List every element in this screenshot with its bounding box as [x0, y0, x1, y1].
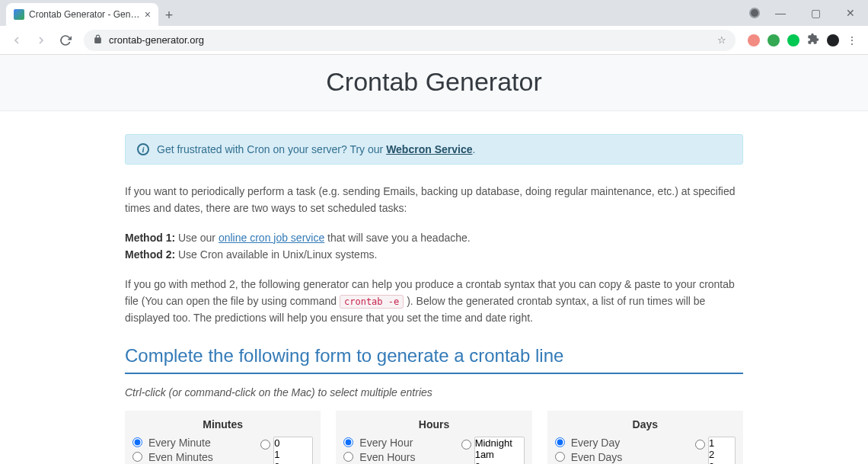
- hours-panel: Hours Every HourEven HoursOdd HoursEvery…: [336, 411, 531, 464]
- hours-option-label: Even Hours: [359, 451, 415, 463]
- minutes-option-label: Every Minute: [148, 437, 211, 449]
- info-icon: i: [137, 143, 149, 155]
- explanation-paragraph: If you go with method 2, the following g…: [125, 276, 743, 327]
- close-tab-icon[interactable]: ×: [145, 8, 151, 21]
- extension-icons: ⋮: [743, 33, 862, 47]
- days-specific-radio[interactable]: [695, 440, 705, 450]
- form-columns: Minutes Every MinuteEven MinutesOdd Minu…: [125, 411, 743, 464]
- hours-option[interactable]: Every Hour: [343, 437, 456, 449]
- hours-option-label: Every Hour: [359, 437, 413, 449]
- profile-avatar[interactable]: [827, 34, 839, 46]
- url-text: crontab-generator.org: [109, 34, 204, 46]
- minutes-specific-radio[interactable]: [260, 440, 270, 450]
- browser-toolbar: crontab-generator.org ☆ ⋮: [0, 26, 868, 55]
- reload-button[interactable]: [55, 30, 76, 51]
- hours-radio[interactable]: [343, 437, 353, 447]
- extensions-puzzle-icon[interactable]: [807, 33, 819, 47]
- minutes-option[interactable]: Every Minute: [132, 437, 256, 449]
- minimize-button[interactable]: —: [763, 0, 798, 26]
- days-radios: Every DayEven DaysOdd DaysEvery 5 DaysEv…: [555, 437, 691, 464]
- tab-title: Crontab Generator - Generate cr: [29, 9, 140, 20]
- extension-icon[interactable]: [767, 34, 780, 46]
- days-option[interactable]: Every Day: [555, 437, 691, 449]
- alert-text: Get frustrated with Cron on your server?…: [157, 143, 475, 155]
- forward-button[interactable]: [30, 30, 52, 51]
- minutes-option-label: Even Minutes: [148, 451, 213, 463]
- days-specific: 1234567: [695, 437, 736, 464]
- hours-specific: Midnight1am2am3am4am5am6am: [461, 437, 525, 464]
- close-window-button[interactable]: ✕: [833, 0, 868, 26]
- minutes-radios: Every MinuteEven MinutesOdd MinutesEvery…: [132, 437, 256, 464]
- hours-option[interactable]: Even Hours: [343, 451, 456, 463]
- address-bar[interactable]: crontab-generator.org ☆: [84, 30, 736, 51]
- window-controls: — ▢ ✕: [749, 0, 868, 26]
- lock-icon: [93, 34, 103, 46]
- kebab-menu-icon[interactable]: ⋮: [847, 34, 857, 46]
- minutes-radio[interactable]: [132, 437, 142, 447]
- days-radio[interactable]: [555, 437, 565, 447]
- browser-title-bar: Crontab Generator - Generate cr × + — ▢ …: [0, 0, 868, 26]
- info-alert: i Get frustrated with Cron on your serve…: [125, 134, 743, 165]
- methods-paragraph: Method 1: Use our online cron job servic…: [125, 229, 743, 264]
- webcron-link[interactable]: Webcron Service: [386, 143, 472, 155]
- days-option[interactable]: Even Days: [555, 451, 691, 463]
- page-viewport: Crontab Generator i Get frustrated with …: [0, 55, 868, 464]
- back-button[interactable]: [6, 30, 27, 51]
- browser-tab[interactable]: Crontab Generator - Generate cr ×: [6, 3, 158, 26]
- star-icon[interactable]: ☆: [717, 34, 726, 46]
- new-tab-button[interactable]: +: [158, 5, 180, 26]
- minutes-heading: Minutes: [132, 418, 313, 430]
- minutes-select[interactable]: 0123456: [273, 437, 313, 464]
- days-radio[interactable]: [555, 452, 565, 462]
- page-title: Crontab Generator: [0, 67, 868, 97]
- days-option-label: Every Day: [571, 437, 621, 449]
- days-option-label: Even Days: [571, 451, 623, 463]
- online-cron-link[interactable]: online cron job service: [219, 232, 324, 244]
- days-heading: Days: [555, 418, 736, 430]
- favicon: [14, 9, 24, 20]
- days-select[interactable]: 1234567: [708, 437, 736, 464]
- maximize-button[interactable]: ▢: [798, 0, 833, 26]
- extension-icon[interactable]: [748, 34, 760, 46]
- days-panel: Days Every DayEven DaysOdd DaysEvery 5 D…: [547, 411, 743, 464]
- extension-icon[interactable]: [787, 34, 799, 46]
- hours-select[interactable]: Midnight1am2am3am4am5am6am: [474, 437, 525, 464]
- minutes-specific: 0123456: [260, 437, 313, 464]
- minutes-panel: Minutes Every MinuteEven MinutesOdd Minu…: [125, 411, 321, 464]
- page-header: Crontab Generator: [0, 55, 868, 111]
- hours-specific-radio[interactable]: [461, 440, 471, 450]
- hours-radios: Every HourEven HoursOdd HoursEvery 6 Hou…: [343, 437, 456, 464]
- hours-heading: Hours: [343, 418, 524, 430]
- account-indicator-icon[interactable]: [749, 8, 760, 18]
- multiselect-hint: Ctrl-click (or command-click on the Mac)…: [125, 386, 743, 398]
- form-heading: Complete the following form to generate …: [125, 345, 743, 374]
- crontab-command-code: crontab -e: [340, 295, 404, 309]
- minutes-radio[interactable]: [132, 452, 142, 462]
- intro-paragraph: If you want to periodically perform a ta…: [125, 183, 743, 217]
- minutes-option[interactable]: Even Minutes: [132, 451, 256, 463]
- hours-radio[interactable]: [343, 452, 353, 462]
